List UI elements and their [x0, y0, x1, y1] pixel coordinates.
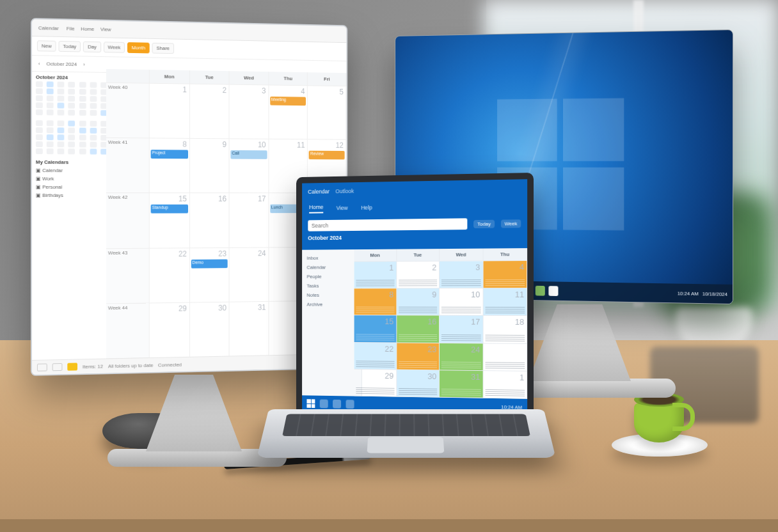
tab[interactable]: View [337, 205, 348, 211]
calendar-event[interactable]: Project [151, 150, 188, 159]
calendar-cell[interactable]: 16 [190, 194, 230, 248]
calendar-event[interactable]: Meeting [270, 97, 306, 106]
calendar-cell[interactable]: 11 [483, 288, 527, 316]
calendar-cell[interactable]: 22 [354, 343, 397, 370]
calendar-cell[interactable]: 23 [397, 343, 440, 370]
column-header: Mon [354, 249, 397, 262]
nav-prev[interactable]: ‹ [38, 61, 40, 66]
calendar-sidebar: October 2024 My Calendars ▣ Calendar▣ Wo… [32, 68, 115, 361]
tab[interactable]: Home [309, 203, 323, 213]
today-button[interactable]: Today [473, 219, 494, 228]
ribbon-button[interactable]: Day [83, 42, 101, 52]
calendar-cell[interactable]: 24 [230, 247, 269, 302]
calendar-event[interactable]: Call [231, 150, 267, 159]
column-header: Tue [397, 249, 440, 262]
calendar-cell[interactable]: 25 [483, 343, 527, 372]
status-text: Items: 12 [83, 363, 103, 370]
app-name: Calendar [38, 25, 59, 31]
column-header: Tue [190, 70, 230, 84]
calendar-cell[interactable]: 8Project [150, 139, 190, 194]
sidebar-item[interactable]: Notes [306, 290, 358, 300]
calendar-cell[interactable]: 17 [230, 194, 269, 248]
calendar-cell[interactable]: 4 [483, 261, 527, 288]
sidebar-item[interactable]: Calendar [306, 263, 358, 272]
taskbar-icon[interactable] [346, 400, 354, 409]
laptop-search-input[interactable] [308, 218, 467, 231]
mini-calendar[interactable] [36, 81, 110, 116]
laptop-trackpad[interactable] [367, 437, 445, 453]
calendar-list-item[interactable]: ▣ Personal [36, 183, 110, 191]
menu-item[interactable]: View [100, 26, 111, 32]
calendar-cell[interactable]: 31 [230, 302, 269, 357]
taskbar-icon[interactable] [320, 400, 328, 409]
menu-item[interactable]: Home [81, 26, 94, 31]
calendar-cell[interactable]: 10Call [230, 139, 269, 194]
calendar-cell[interactable]: 16 [397, 316, 440, 343]
laptop-month-label: October 2024 [308, 235, 342, 241]
laptop-sidebar: InboxCalendarPeopleTasksNotesArchive [302, 249, 362, 396]
calendar-cell[interactable]: 24 [440, 343, 483, 371]
calendar-cell[interactable]: 29 [150, 302, 190, 358]
calendar-cell[interactable]: 29 [354, 370, 397, 397]
taskbar-app-icon[interactable] [548, 286, 558, 296]
calendar-cell[interactable]: 5 [308, 86, 346, 140]
column-header: Wed [230, 71, 269, 85]
sidebar-item[interactable]: People [306, 272, 358, 281]
laptop-keyboard[interactable] [282, 414, 530, 436]
laptop: Calendar Outlook HomeViewHelp Today Week… [269, 173, 544, 494]
calendar-cell[interactable]: 23Demo [190, 248, 230, 303]
calendar-cell[interactable]: 1 [354, 262, 397, 288]
nav-next[interactable]: › [83, 61, 85, 67]
period-label: October 2024 [46, 61, 77, 67]
calendar-cell[interactable]: 1 [150, 84, 190, 139]
column-header: Fri [308, 72, 346, 86]
laptop-calendar-grid[interactable]: MonTueWedThu1234891011151617182223242529… [354, 248, 528, 399]
calendar-cell[interactable]: 9 [397, 288, 440, 316]
calendar-event[interactable]: Standup [151, 205, 188, 214]
ribbon-button[interactable]: Week [104, 42, 125, 52]
laptop-screen[interactable]: Calendar Outlook HomeViewHelp Today Week… [296, 173, 534, 422]
sidebar-item[interactable]: Inbox [306, 253, 358, 263]
calendar-cell[interactable]: 22 [150, 248, 190, 303]
calendar-event[interactable]: Demo [191, 259, 227, 268]
calendars-header: My Calendars [36, 159, 110, 165]
ribbon-button[interactable]: Share [152, 43, 174, 54]
status-text: Connected [158, 361, 182, 368]
ribbon-button[interactable]: New [37, 40, 56, 52]
calendar-list-item[interactable]: ▣ Calendar [36, 166, 110, 175]
desk-edge [0, 519, 778, 532]
calendar-cell[interactable]: 4Meeting [269, 85, 308, 139]
calendar-cell[interactable]: 30 [190, 302, 230, 357]
range-button[interactable]: Week [501, 219, 521, 228]
calendar-cell[interactable]: 10 [440, 288, 483, 316]
calendar-cell[interactable]: 15 [354, 316, 397, 343]
calendar-cell[interactable]: 8 [354, 288, 397, 315]
calendar-cell[interactable]: 1 [483, 371, 527, 399]
menu-item[interactable]: File [67, 26, 75, 31]
calendar-cell[interactable]: 3 [440, 261, 483, 288]
calendar-list-item[interactable]: ▣ Birthdays [36, 191, 110, 199]
calendar-cell[interactable]: 2 [397, 262, 440, 289]
ribbon-button[interactable]: Today [59, 41, 81, 52]
calendar-cell[interactable]: 3 [230, 85, 269, 139]
laptop-subtitle: Outlook [335, 188, 354, 194]
calendar-cell[interactable]: 30 [397, 370, 440, 397]
calendar-cell[interactable]: 17 [440, 316, 483, 343]
calendar-event[interactable]: Review [309, 151, 345, 160]
tab[interactable]: Help [361, 205, 372, 211]
laptop-start-button[interactable] [306, 399, 315, 408]
sidebar-item[interactable]: Archive [306, 300, 358, 309]
calendar-cell[interactable]: 18 [483, 316, 527, 343]
taskbar-icon[interactable] [333, 400, 341, 409]
tray-date: 10/18/2024 [703, 291, 727, 297]
calendar-cell[interactable]: 15Standup [150, 193, 190, 248]
calendar-cell[interactable]: 2 [190, 84, 230, 139]
ribbon-button[interactable]: Month [127, 42, 150, 53]
mini-calendar-2[interactable] [36, 120, 110, 155]
row-label: Week 42 [106, 193, 150, 248]
sidebar-item[interactable]: Tasks [306, 281, 358, 291]
calendar-list-item[interactable]: ▣ Work [36, 175, 110, 183]
calendar-cell[interactable]: 31 [440, 370, 483, 398]
calendar-cell[interactable]: 9 [190, 139, 230, 193]
system-tray[interactable]: 10:24 AM 10/18/2024 [678, 290, 727, 297]
